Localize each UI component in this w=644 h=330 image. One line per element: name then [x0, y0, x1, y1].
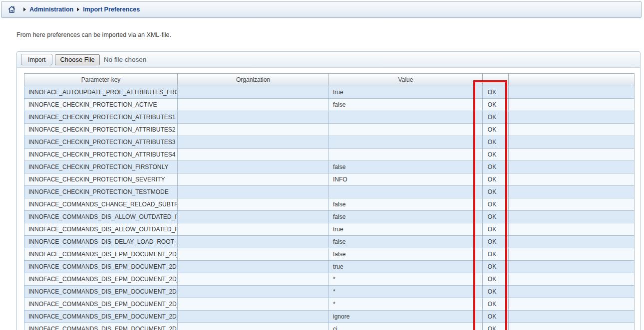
- home-icon[interactable]: [8, 6, 15, 13]
- cell-parameter-key: INNOFACE_COMMANDS_DIS_ALLOW_OUTDATED_REV…: [24, 223, 178, 236]
- cell-organization: [178, 173, 329, 186]
- cell-organization: [178, 149, 329, 161]
- intro-text: From here preferences can be imported vi…: [16, 31, 171, 38]
- cell-organization: [178, 236, 329, 248]
- cell-extra: [509, 124, 635, 136]
- table-row[interactable]: INNOFACE_COMMANDS_DIS_EPM_DOCUMENT_2D_C1…: [24, 286, 635, 298]
- cell-value: false: [329, 236, 483, 248]
- cell-parameter-key: INNOFACE_CHECKIN_PROTECTION_FIRSTONLY: [24, 161, 178, 173]
- cell-value: false: [329, 161, 483, 173]
- table-row[interactable]: INNOFACE_COMMANDS_DIS_ALLOW_OUTDATED_REV…: [24, 223, 635, 236]
- column-header-status[interactable]: [483, 74, 509, 86]
- cell-parameter-key: INNOFACE_COMMANDS_DIS_EPM_DOCUMENT_2D_C1…: [24, 273, 178, 286]
- column-header-organization[interactable]: Organization: [178, 74, 329, 86]
- cell-extra: [509, 136, 635, 149]
- cell-extra: [509, 248, 635, 261]
- table-row[interactable]: INNOFACE_COMMANDS_DIS_ALLOW_OUTDATED_ITE…: [24, 211, 635, 223]
- cell-value: true: [329, 86, 483, 99]
- cell-extra: [509, 149, 635, 161]
- cell-status: OK: [483, 261, 509, 273]
- table-row[interactable]: INNOFACE_COMMANDS_DIS_EPM_DOCUMENT_2D_C2…: [24, 323, 635, 330]
- preferences-grid: Parameter-key Organization Value INNOFAC…: [24, 73, 640, 330]
- cell-value: INFO: [329, 173, 483, 186]
- table-row[interactable]: INNOFACE_CHECKIN_PROTECTION_ATTRIBUTES4 …: [24, 149, 635, 161]
- cell-status: OK: [483, 298, 509, 311]
- cell-status: OK: [483, 198, 509, 211]
- cell-parameter-key: INNOFACE_COMMANDS_DIS_EPM_DOCUMENT_2D_C1…: [24, 298, 178, 311]
- cell-extra: [509, 161, 635, 173]
- table-row[interactable]: INNOFACE_COMMANDS_DIS_EPM_DOCUMENT_2D_C1…: [24, 261, 635, 273]
- cell-status: OK: [483, 273, 509, 286]
- table-row[interactable]: INNOFACE_CHECKIN_PROTECTION_SEVERITY INF…: [24, 173, 635, 186]
- cell-status: OK: [483, 223, 509, 236]
- cell-parameter-key: INNOFACE_CHECKIN_PROTECTION_ATTRIBUTES2: [24, 124, 178, 136]
- breadcrumb-item-administration[interactable]: Administration: [29, 6, 73, 13]
- column-header-parameter-key[interactable]: Parameter-key: [24, 74, 178, 86]
- breadcrumb-item-import-preferences[interactable]: Import Preferences: [83, 6, 140, 13]
- cell-value: [329, 136, 483, 149]
- grid-header-row: Parameter-key Organization Value: [24, 74, 635, 86]
- table-row[interactable]: INNOFACE_COMMANDS_DIS_EPM_DOCUMENT_2D_C1…: [24, 273, 635, 286]
- cell-parameter-key: INNOFACE_CHECKIN_PROTECTION_ATTRIBUTES1: [24, 111, 178, 124]
- table-row[interactable]: INNOFACE_CHECKIN_PROTECTION_ATTRIBUTES1 …: [24, 111, 635, 124]
- cell-extra: [509, 99, 635, 111]
- cell-parameter-key: INNOFACE_COMMANDS_DIS_ALLOW_OUTDATED_ITE…: [24, 211, 178, 223]
- cell-organization: [178, 273, 329, 286]
- column-header-extra: [509, 74, 635, 86]
- table-row[interactable]: INNOFACE_CHECKIN_PROTECTION_ACTIVE false…: [24, 99, 635, 111]
- cell-status: OK: [483, 86, 509, 99]
- import-toolbar: Import Choose File No file chosen: [17, 52, 640, 68]
- cell-status: OK: [483, 248, 509, 261]
- choose-file-button[interactable]: Choose File: [55, 54, 99, 65]
- file-chosen-status: No file chosen: [104, 56, 147, 63]
- cell-parameter-key: INNOFACE_CHECKIN_PROTECTION_ATTRIBUTES4: [24, 149, 178, 161]
- pref-table-body: INNOFACE_AUTOUPDATE_PROE_ATTRIBUTES_FROM…: [24, 86, 635, 330]
- table-row[interactable]: INNOFACE_COMMANDS_DIS_EPM_DOCUMENT_2D_C0…: [24, 248, 635, 261]
- table-row[interactable]: INNOFACE_CHECKIN_PROTECTION_ATTRIBUTES2 …: [24, 124, 635, 136]
- cell-extra: [509, 173, 635, 186]
- cell-organization: [178, 248, 329, 261]
- cell-organization: [178, 323, 329, 330]
- cell-parameter-key: INNOFACE_COMMANDS_DIS_EPM_DOCUMENT_2D_C2: [24, 323, 178, 330]
- cell-organization: [178, 136, 329, 149]
- cell-parameter-key: INNOFACE_AUTOUPDATE_PROE_ATTRIBUTES_FROM…: [24, 86, 178, 99]
- cell-parameter-key: INNOFACE_COMMANDS_DIS_EPM_DOCUMENT_2D_C1…: [24, 311, 178, 323]
- cell-organization: [178, 211, 329, 223]
- cell-status: OK: [483, 149, 509, 161]
- cell-extra: [509, 211, 635, 223]
- table-row[interactable]: INNOFACE_COMMANDS_DIS_DELAY_LOAD_ROOT_RE…: [24, 236, 635, 248]
- cell-extra: [509, 86, 635, 99]
- cell-status: OK: [483, 311, 509, 323]
- cell-parameter-key: INNOFACE_COMMANDS_DIS_EPM_DOCUMENT_2D_C1…: [24, 286, 178, 298]
- cell-extra: [509, 273, 635, 286]
- cell-value: false: [329, 211, 483, 223]
- column-header-value[interactable]: Value: [329, 74, 483, 86]
- cell-extra: [509, 261, 635, 273]
- cell-value: true: [329, 261, 483, 273]
- breadcrumb-arrow-icon: [77, 7, 79, 11]
- import-button[interactable]: Import: [21, 54, 52, 65]
- cell-organization: [178, 99, 329, 111]
- cell-organization: [178, 186, 329, 198]
- table-row[interactable]: INNOFACE_COMMANDS_DIS_EPM_DOCUMENT_2D_C1…: [24, 298, 635, 311]
- cell-extra: [509, 198, 635, 211]
- cell-value: *: [329, 298, 483, 311]
- cell-extra: [509, 111, 635, 124]
- cell-status: OK: [483, 161, 509, 173]
- cell-extra: [509, 186, 635, 198]
- cell-value: ignore: [329, 311, 483, 323]
- table-row[interactable]: INNOFACE_COMMANDS_CHANGE_RELOAD_SUBTREE …: [24, 198, 635, 211]
- table-row[interactable]: INNOFACE_CHECKIN_PROTECTION_FIRSTONLY fa…: [24, 161, 635, 173]
- cell-extra: [509, 323, 635, 330]
- cell-status: OK: [483, 186, 509, 198]
- table-row[interactable]: INNOFACE_CHECKIN_PROTECTION_ATTRIBUTES3 …: [24, 136, 635, 149]
- cell-status: OK: [483, 236, 509, 248]
- table-row[interactable]: INNOFACE_COMMANDS_DIS_EPM_DOCUMENT_2D_C1…: [24, 311, 635, 323]
- cell-organization: [178, 223, 329, 236]
- cell-parameter-key: INNOFACE_CHECKIN_PROTECTION_SEVERITY: [24, 173, 178, 186]
- table-row[interactable]: INNOFACE_AUTOUPDATE_PROE_ATTRIBUTES_FROM…: [24, 86, 635, 99]
- table-row[interactable]: INNOFACE_CHECKIN_PROTECTION_TESTMODE OK: [24, 186, 635, 198]
- cell-value: [329, 149, 483, 161]
- cell-value: [329, 111, 483, 124]
- cell-organization: [178, 124, 329, 136]
